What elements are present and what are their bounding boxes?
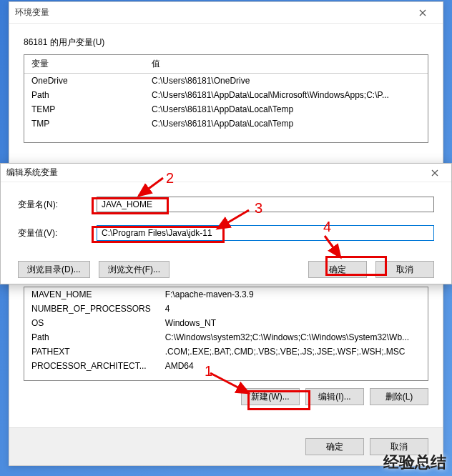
var-value-label: 变量值(V): [18,227,97,239]
edit-ok-button[interactable]: 确定 [308,261,367,278]
edit-titlebar: 编辑系统变量 [1,164,451,182]
edit-dialog-title: 编辑系统变量 [6,167,58,179]
main-content: 86181 的用户变量(U) 变量 值 OneDriveC:\Users\861… [9,24,443,150]
main-window-title: 环境变量 [15,6,49,19]
close-icon[interactable] [408,4,437,22]
table-row[interactable]: PROCESSOR_ARCHITECT...AMD64 [24,359,428,373]
var-value-row: 变量值(V): [18,225,434,241]
system-btn-row: 新建(W)... 编辑(I)... 删除(L) [24,381,428,412]
system-vars-area: MAVEN_HOMEF:\apache-maven-3.3.9 NUMBER_O… [24,287,428,412]
table-row[interactable]: OneDriveC:\Users\86181\OneDrive [24,74,428,89]
browse-file-button[interactable]: 浏览文件(F)... [99,261,170,278]
var-name-row: 变量名(N): [18,197,434,212]
main-titlebar: 环境变量 [9,2,443,24]
table-row[interactable]: OSWindows_NT [24,316,428,330]
table-row[interactable]: TEMPC:\Users\86181\AppData\Local\Temp [24,102,428,116]
close-icon[interactable] [424,164,446,182]
table-row[interactable]: MAVEN_HOMEF:\apache-maven-3.3.9 [24,287,428,302]
edit-system-var-dialog: 编辑系统变量 变量名(N): 变量值(V): 浏览目录(D)... 浏览文件(F… [0,163,452,284]
new-system-var-button[interactable]: 新建(W)... [241,388,300,405]
user-col-val[interactable]: 值 [144,55,428,74]
main-ok-button[interactable]: 确定 [305,438,364,455]
system-vars-table[interactable]: MAVEN_HOMEF:\apache-maven-3.3.9 NUMBER_O… [24,287,428,381]
browse-dir-button[interactable]: 浏览目录(D)... [18,261,90,278]
table-row[interactable]: PathC:\Windows\system32;C:\Windows;C:\Wi… [24,330,428,344]
edit-body: 变量名(N): 变量值(V): [1,182,451,261]
user-vars-table[interactable]: 变量 值 OneDriveC:\Users\86181\OneDrive Pat… [24,54,428,143]
main-cancel-button[interactable]: 取消 [370,438,428,455]
edit-btn-row: 浏览目录(D)... 浏览文件(F)... 确定 取消 [1,261,451,287]
delete-system-var-button[interactable]: 删除(L) [370,388,428,405]
var-name-input[interactable] [97,197,434,212]
table-row[interactable]: NUMBER_OF_PROCESSORS4 [24,302,428,316]
table-row[interactable]: PATHEXT.COM;.EXE;.BAT;.CMD;.VBS;.VBE;.JS… [24,344,428,359]
user-vars-label: 86181 的用户变量(U) [24,36,428,49]
table-row[interactable]: TMPC:\Users\86181\AppData\Local\Temp [24,116,428,131]
var-name-label: 变量名(N): [18,199,97,211]
main-footer: 确定 取消 [9,427,443,465]
var-value-input[interactable] [97,225,434,241]
user-col-var[interactable]: 变量 [24,55,144,74]
table-row[interactable]: PathC:\Users\86181\AppData\Local\Microso… [24,88,428,102]
edit-cancel-button[interactable]: 取消 [375,261,434,278]
edit-system-var-button[interactable]: 编辑(I)... [305,388,364,405]
